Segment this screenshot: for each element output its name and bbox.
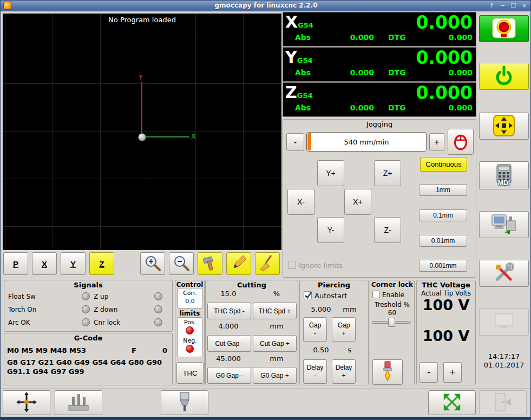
machine-on-button[interactable] <box>479 63 529 90</box>
jog-x-plus-button[interactable]: X+ <box>344 189 371 215</box>
tool-editor-button[interactable] <box>198 252 222 275</box>
maximize-icon[interactable]: ☐ <box>509 1 518 10</box>
dro-x-letter: X <box>285 12 298 32</box>
mdi-mode-button[interactable]: MDI <box>479 161 529 189</box>
jog-increment-1mm[interactable]: 1mm <box>419 184 467 196</box>
thc-speed-plus-button[interactable]: THC Spd + <box>253 303 297 319</box>
autostart-checkbox[interactable] <box>304 291 312 299</box>
jog-speed-bar[interactable]: 540 mm/min <box>306 132 427 152</box>
pierce-height-value: 5.000 <box>301 305 340 313</box>
dro-y-value: 0.000 <box>416 48 473 68</box>
pierce-delay-unit: s <box>340 346 359 354</box>
pierce-height-unit: mm <box>340 305 359 313</box>
settings-button[interactable] <box>479 260 529 287</box>
touch-off-button[interactable] <box>3 390 50 415</box>
no-program-message: No Program loaded <box>3 16 281 24</box>
torch-button[interactable] <box>372 359 403 385</box>
zoom-out-button[interactable] <box>169 252 194 275</box>
tool-measure-button[interactable] <box>55 390 102 415</box>
edit-gcode-button[interactable] <box>226 252 251 275</box>
mouse-jog-button[interactable] <box>448 129 474 155</box>
pierce-gap-plus-sign: + <box>342 330 345 338</box>
clear-plot-button[interactable] <box>255 252 280 275</box>
corner-lock-enable-checkbox[interactable] <box>372 291 380 298</box>
zoom-in-button[interactable] <box>140 252 165 275</box>
threshold-value: 60 <box>370 309 415 317</box>
pierce-gap-plus-button[interactable]: Gap + <box>332 317 356 342</box>
g0-gap-plus-button[interactable]: G0 Gap + <box>253 367 297 384</box>
jog-increment-continuous[interactable]: Continuous <box>420 157 467 172</box>
g0-gap-value: 45.000 <box>207 355 250 363</box>
thc-enable-button[interactable]: THC <box>176 362 204 384</box>
jog-z-plus-button[interactable]: Z+ <box>374 160 401 186</box>
volts-plus-button[interactable]: + <box>443 362 462 383</box>
mdi-label: MDI <box>480 179 528 187</box>
cutting-title: Cutting <box>206 281 298 289</box>
axis-cross-arrows-icon <box>16 391 37 415</box>
jog-z-minus-button[interactable]: Z- <box>374 217 401 243</box>
limits-title: limits <box>175 310 205 317</box>
jog-y-minus-button[interactable]: Y- <box>317 217 344 243</box>
exit-button[interactable] <box>479 390 527 415</box>
jog-speed-faster-button[interactable]: + <box>429 133 444 151</box>
gremlin-preview[interactable]: No Program loaded Y X <box>3 14 281 250</box>
view-z-button[interactable]: Z <box>89 252 114 275</box>
actual-tip-volts-label: Actual Tip Volts <box>416 290 476 297</box>
dro-z-abs-label: Abs <box>295 103 318 112</box>
dro-axis-x[interactable]: X G54 0.000 Abs 0.000 DTG 0.000 <box>283 12 476 47</box>
pierce-delay-minus-button[interactable]: Delay - <box>303 359 327 384</box>
g0-gap-minus-button[interactable]: G0 Gap - <box>207 367 251 384</box>
estop-button[interactable] <box>479 15 529 42</box>
cut-gap-plus-button[interactable]: Cut Gap + <box>253 335 297 352</box>
view-x-button[interactable]: X <box>32 252 57 275</box>
cut-gap-minus-button[interactable]: Cut Gap - <box>207 335 251 352</box>
dro-axis-y[interactable]: Y G54 0.000 Abs 0.000 DTG 0.000 <box>283 47 476 82</box>
jog-speed-slower-button[interactable]: - <box>286 133 304 151</box>
thc-speed-minus-button[interactable]: THC Spd - <box>207 303 251 319</box>
keep-above-icon[interactable]: ↑ <box>487 1 496 10</box>
view-p-button[interactable]: P <box>3 252 28 275</box>
pierce-delay-plus-label: Delay <box>336 364 352 372</box>
thc-speed-value: 15.0 <box>207 290 250 298</box>
jog-increment-0001mm[interactable]: 0.001mm <box>419 260 467 272</box>
dro-axis-z[interactable]: Z G54 0.000 Abs 0.000 DTG 0.000 <box>283 82 476 117</box>
correction-value: 0.0 <box>178 298 202 305</box>
spindle-button[interactable] <box>161 390 208 415</box>
signal-z-down-label: Z down <box>94 306 117 313</box>
jog-increment-001mm[interactable]: 0.01mm <box>419 235 467 247</box>
volts-minus-button[interactable]: - <box>419 362 438 383</box>
feed-value: 0 <box>145 346 167 355</box>
minimize-icon[interactable]: − <box>498 1 507 10</box>
jog-y-plus-button[interactable]: Y+ <box>317 160 344 186</box>
manual-mode-button[interactable] <box>479 113 529 140</box>
ignore-limits-checkbox[interactable] <box>288 261 296 269</box>
jog-increment-01mm[interactable]: 0.1mm <box>419 209 467 221</box>
thc-voltage-title: THC Voltage <box>417 281 475 289</box>
dro-z-abs-value: 0.000 <box>318 103 374 112</box>
dro-z-dtg-value: 0.000 <box>406 103 473 112</box>
auto-mode-button[interactable] <box>479 211 529 238</box>
signal-torch-on-label: Torch On <box>8 306 36 313</box>
cut-gap-unit: mm <box>265 322 289 330</box>
view-p-label: P <box>13 259 18 268</box>
titlebar[interactable]: gmoccapy for linuxcnc 2.2.0 ↑ − ☐ × <box>1 1 531 11</box>
pierce-delay-plus-button[interactable]: Delay + <box>332 359 356 384</box>
dro-x-value: 0.000 <box>416 12 473 33</box>
cut-gap-value: 4.000 <box>207 322 250 330</box>
threshold-slider[interactable] <box>372 317 411 327</box>
pierce-gap-minus-button[interactable]: Gap - <box>303 317 327 342</box>
signal-arc-ok-label: Arc OK <box>8 319 30 326</box>
y-axis-line <box>141 82 142 137</box>
limit-neg-label: Neg. <box>178 337 202 344</box>
jog-x-minus-button[interactable]: X- <box>287 189 314 215</box>
mouse-icon <box>451 132 470 153</box>
signal-float-sw-label: Float Sw <box>8 293 36 300</box>
probe-pins-icon <box>67 392 90 414</box>
feed-label: F <box>132 346 145 355</box>
threshold-slider-handle[interactable] <box>388 318 395 327</box>
close-icon[interactable]: × <box>520 1 529 10</box>
clock-date: 01.01.2017 <box>479 361 529 369</box>
fullscreen-toggle-button[interactable] <box>428 390 476 415</box>
fullsize-preview-button[interactable] <box>479 309 529 336</box>
view-y-button[interactable]: Y <box>61 252 86 275</box>
